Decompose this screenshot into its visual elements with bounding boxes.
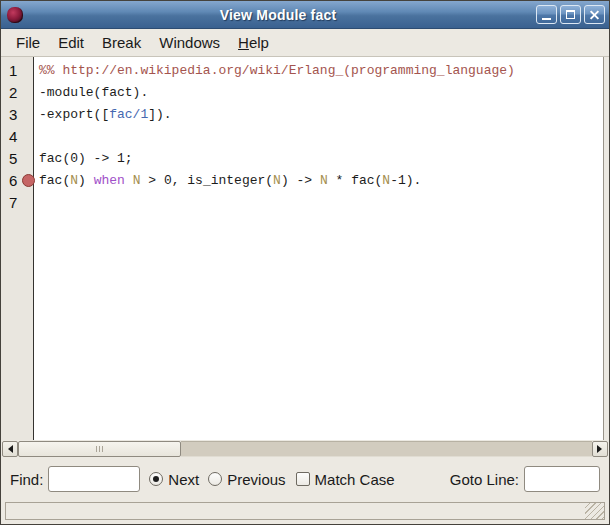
code-segment: when <box>94 173 125 188</box>
line-number-text: 3 <box>9 106 17 123</box>
line-number-text: 6 <box>9 172 17 189</box>
menu-item-windows[interactable]: Windows <box>150 31 229 54</box>
arrow-right-icon <box>597 445 606 453</box>
code-segment: * fac( <box>328 173 383 188</box>
code-line[interactable]: -module(fact). <box>39 82 603 104</box>
status-message-area <box>5 502 605 520</box>
maximize-button[interactable] <box>560 5 581 24</box>
find-bar: Find: Next Previous Match Case Goto Line… <box>1 458 609 500</box>
close-button[interactable] <box>584 5 605 24</box>
code-segment: ) <box>78 173 94 188</box>
code-line[interactable] <box>39 192 603 214</box>
code-line[interactable]: %% http://en.wikipedia.org/wiki/Erlang_(… <box>39 60 603 82</box>
resize-grip-icon[interactable] <box>585 503 604 519</box>
line-number-text: 7 <box>9 194 17 211</box>
status-bar <box>1 500 609 524</box>
menu-item-edit[interactable]: Edit <box>49 31 93 54</box>
source-view[interactable]: 1234567 %% http://en.wikipedia.org/wiki/… <box>1 57 604 440</box>
next-label[interactable]: Next <box>168 471 199 488</box>
code-line[interactable]: -export([fac/1]). <box>39 104 603 126</box>
find-label: Find: <box>10 471 43 488</box>
menu-bar: FileEditBreakWindowsHelp <box>1 29 609 57</box>
erlang-debugger-icon <box>7 7 23 23</box>
code-segment: N <box>320 173 328 188</box>
scrollbar-track[interactable] <box>181 441 592 457</box>
line-number-text: 2 <box>9 84 17 101</box>
line-number[interactable]: 6 <box>1 170 33 192</box>
code-segment: N <box>273 173 281 188</box>
right-padding <box>604 57 609 440</box>
menu-item-help[interactable]: Help <box>229 31 278 54</box>
horizontal-scrollbar[interactable] <box>1 440 609 458</box>
code-line[interactable] <box>39 126 603 148</box>
code-segment: N <box>70 173 78 188</box>
minimize-button[interactable] <box>536 5 557 24</box>
view-module-window: View Module fact FileEditBreakWindowsHel… <box>0 0 610 525</box>
code-segment: %% http://en.wikipedia.org/wiki/Erlang_(… <box>39 63 515 78</box>
line-number-text: 5 <box>9 150 17 167</box>
breakpoint-marker[interactable] <box>22 174 35 187</box>
previous-label[interactable]: Previous <box>227 471 285 488</box>
code-segment: fac/1 <box>109 107 148 122</box>
find-input[interactable] <box>48 466 140 492</box>
code-line[interactable]: fac(N) when N > 0, is_integer(N) -> N * … <box>39 170 603 192</box>
code-segment: -export([ <box>39 107 109 122</box>
line-number[interactable]: 2 <box>1 82 33 104</box>
code-segment: ]). <box>148 107 171 122</box>
line-number[interactable]: 1 <box>1 60 33 82</box>
code-segment: ) -> <box>281 173 320 188</box>
menu-item-file[interactable]: File <box>7 31 49 54</box>
arrow-left-icon <box>4 445 13 453</box>
scrollbar-thumb[interactable] <box>18 441 181 457</box>
maximize-icon <box>566 10 575 19</box>
goto-line-label: Goto Line: <box>450 471 519 488</box>
line-number[interactable]: 3 <box>1 104 33 126</box>
title-bar[interactable]: View Module fact <box>1 1 609 29</box>
goto-line-input[interactable] <box>524 466 600 492</box>
line-number[interactable]: 7 <box>1 192 33 214</box>
code-segment: N <box>382 173 390 188</box>
line-number[interactable]: 4 <box>1 126 33 148</box>
menu-item-break[interactable]: Break <box>93 31 150 54</box>
line-number-text: 4 <box>9 128 17 145</box>
code-column[interactable]: %% http://en.wikipedia.org/wiki/Erlang_(… <box>34 57 603 440</box>
code-segment <box>125 173 133 188</box>
line-number-gutter: 1234567 <box>1 57 34 440</box>
previous-radio[interactable] <box>208 472 222 486</box>
code-segment: > 0, is_integer( <box>140 173 273 188</box>
editor-area: 1234567 %% http://en.wikipedia.org/wiki/… <box>1 57 609 440</box>
match-case-label[interactable]: Match Case <box>315 471 395 488</box>
code-segment: -module(fact). <box>39 85 148 100</box>
line-number-text: 1 <box>9 62 17 79</box>
code-segment: fac(0) -> 1; <box>39 151 133 166</box>
match-case-checkbox[interactable] <box>296 472 310 486</box>
minimize-icon <box>542 18 551 20</box>
code-line[interactable]: fac(0) -> 1; <box>39 148 603 170</box>
window-title: View Module fact <box>23 7 533 23</box>
code-segment: -1). <box>390 173 421 188</box>
code-segment: fac( <box>39 173 70 188</box>
next-radio[interactable] <box>149 472 163 486</box>
line-number[interactable]: 5 <box>1 148 33 170</box>
scroll-left-button[interactable] <box>2 441 18 457</box>
scroll-right-button[interactable] <box>592 441 608 457</box>
